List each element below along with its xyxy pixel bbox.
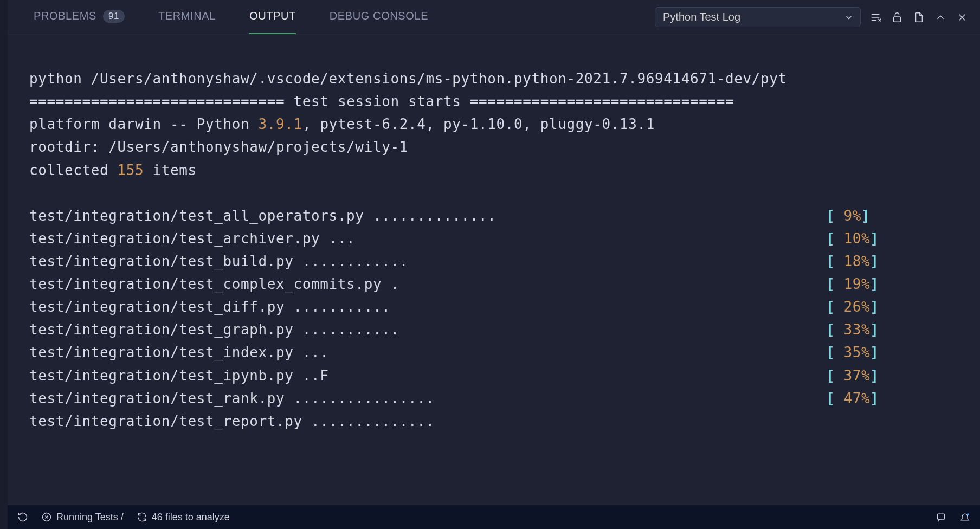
- lock-scroll-button[interactable]: [890, 10, 904, 24]
- feedback-icon: [936, 512, 946, 522]
- output-channel-selected: Python Test Log: [663, 11, 740, 23]
- status-feedback-button[interactable]: [936, 512, 946, 522]
- test-progress: [ 19%]: [826, 273, 879, 295]
- test-file: test/integration/test_ipynb.py ..F: [29, 364, 826, 387]
- status-notifications-button[interactable]: [959, 512, 970, 522]
- tab-terminal-label: TERMINAL: [158, 10, 216, 22]
- close-icon: [956, 11, 968, 23]
- panel: PROBLEMS 91 TERMINAL OUTPUT DEBUG CONSOL…: [8, 0, 980, 529]
- tab-problems-label: PROBLEMS: [34, 10, 96, 22]
- tab-debug-console[interactable]: DEBUG CONSOLE: [330, 10, 428, 24]
- refresh-icon: [137, 512, 147, 522]
- bell-icon: [959, 512, 970, 522]
- tab-debug-label: DEBUG CONSOLE: [330, 10, 428, 22]
- chevron-down-icon: [845, 14, 853, 21]
- test-result-line: test/integration/test_complex_commits.py…: [29, 273, 980, 295]
- test-result-line: test/integration/test_report.py ........…: [29, 410, 980, 433]
- clear-icon: [869, 11, 881, 23]
- output-line: platform darwin -- Python 3.9.1, pytest-…: [29, 116, 655, 132]
- output-line: collected 155 items: [29, 162, 197, 178]
- clear-output-button[interactable]: [868, 10, 882, 24]
- status-bar: Running Tests / 46 files to analyze: [8, 505, 980, 529]
- output-content[interactable]: python /Users/anthonyshaw/.vscode/extens…: [8, 35, 980, 529]
- svg-rect-11: [937, 514, 944, 519]
- tab-problems[interactable]: PROBLEMS 91: [34, 10, 125, 25]
- test-progress: [ 37%]: [826, 364, 879, 387]
- tab-output[interactable]: OUTPUT: [249, 10, 296, 24]
- history-icon: [17, 512, 28, 522]
- panel-tabs: PROBLEMS 91 TERMINAL OUTPUT DEBUG CONSOL…: [34, 10, 646, 25]
- test-file: test/integration/test_archiver.py ...: [29, 227, 826, 250]
- status-running-tests[interactable]: Running Tests /: [41, 512, 124, 523]
- svg-rect-5: [894, 17, 901, 22]
- test-file: test/integration/test_diff.py ..........…: [29, 295, 826, 318]
- output-line: rootdir: /Users/anthonyshaw/projects/wil…: [29, 139, 408, 155]
- close-panel-button[interactable]: [955, 10, 969, 24]
- panel-actions: Python Test Log: [655, 7, 969, 27]
- tab-output-label: OUTPUT: [249, 10, 296, 22]
- maximize-panel-button[interactable]: [933, 10, 947, 24]
- test-progress: [ 35%]: [826, 341, 879, 364]
- test-result-line: test/integration/test_ipynb.py ..F[ 37%]: [29, 364, 980, 387]
- test-result-line: test/integration/test_diff.py ..........…: [29, 295, 980, 318]
- test-file: test/integration/test_index.py ...: [29, 341, 826, 364]
- output-line: ============================= test sessi…: [29, 93, 734, 109]
- test-file: test/integration/test_graph.py .........…: [29, 318, 826, 341]
- test-progress: [ 18%]: [826, 250, 879, 273]
- output-line: python /Users/anthonyshaw/.vscode/extens…: [29, 70, 787, 87]
- status-running-tests-label: Running Tests /: [56, 512, 124, 523]
- status-files-analyze[interactable]: 46 files to analyze: [137, 512, 230, 523]
- file-icon: [913, 11, 925, 23]
- test-file: test/integration/test_rank.py ..........…: [29, 387, 826, 410]
- test-progress: [ 9%]: [826, 204, 870, 227]
- test-file: test/integration/test_build.py .........…: [29, 250, 826, 273]
- test-progress: [ 33%]: [826, 318, 879, 341]
- test-result-line: test/integration/test_archiver.py ...[ 1…: [29, 227, 980, 250]
- test-progress: [ 26%]: [826, 295, 879, 318]
- open-log-button[interactable]: [912, 10, 926, 24]
- panel-tab-bar: PROBLEMS 91 TERMINAL OUTPUT DEBUG CONSOL…: [8, 0, 980, 35]
- problems-badge: 91: [103, 10, 125, 23]
- tab-terminal[interactable]: TERMINAL: [158, 10, 216, 24]
- test-progress: [ 47%]: [826, 387, 879, 410]
- test-file: test/integration/test_all_operators.py .…: [29, 204, 826, 227]
- test-results: test/integration/test_all_operators.py .…: [29, 204, 980, 433]
- close-circle-icon: [41, 512, 52, 522]
- output-channel-dropdown[interactable]: Python Test Log: [655, 7, 861, 27]
- svg-point-12: [967, 513, 969, 515]
- unlock-icon: [891, 11, 903, 23]
- status-history-button[interactable]: [17, 512, 28, 522]
- test-file: test/integration/test_report.py ........…: [29, 410, 826, 433]
- test-file: test/integration/test_complex_commits.py…: [29, 273, 826, 295]
- activity-bar-gutter: [0, 0, 8, 529]
- test-result-line: test/integration/test_build.py .........…: [29, 250, 980, 273]
- test-result-line: test/integration/test_all_operators.py .…: [29, 204, 980, 227]
- test-progress: [ 10%]: [826, 227, 879, 250]
- status-files-analyze-label: 46 files to analyze: [152, 512, 230, 523]
- test-result-line: test/integration/test_index.py ...[ 35%]: [29, 341, 980, 364]
- chevron-up-icon: [934, 11, 946, 23]
- test-result-line: test/integration/test_graph.py .........…: [29, 318, 980, 341]
- test-result-line: test/integration/test_rank.py ..........…: [29, 387, 980, 410]
